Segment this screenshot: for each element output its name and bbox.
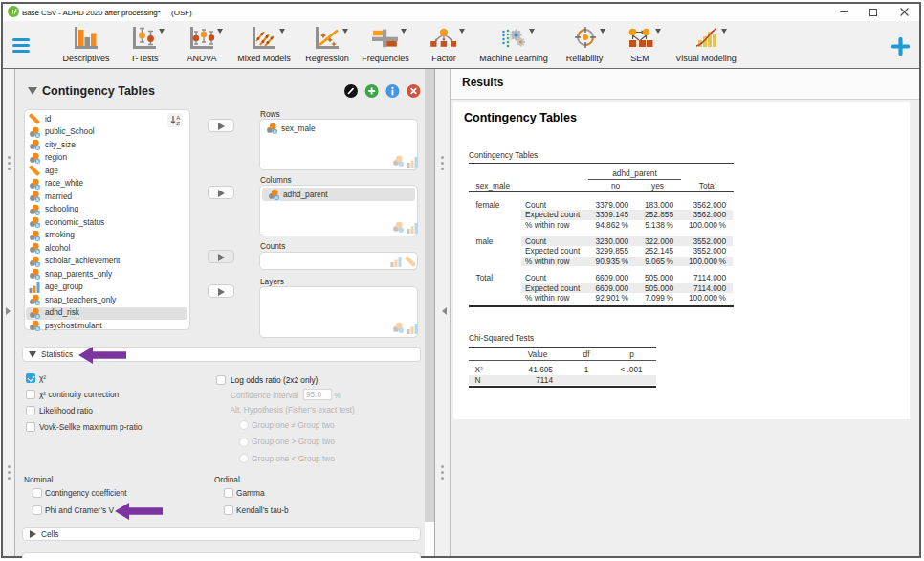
svg-text:Z: Z [176, 121, 180, 126]
